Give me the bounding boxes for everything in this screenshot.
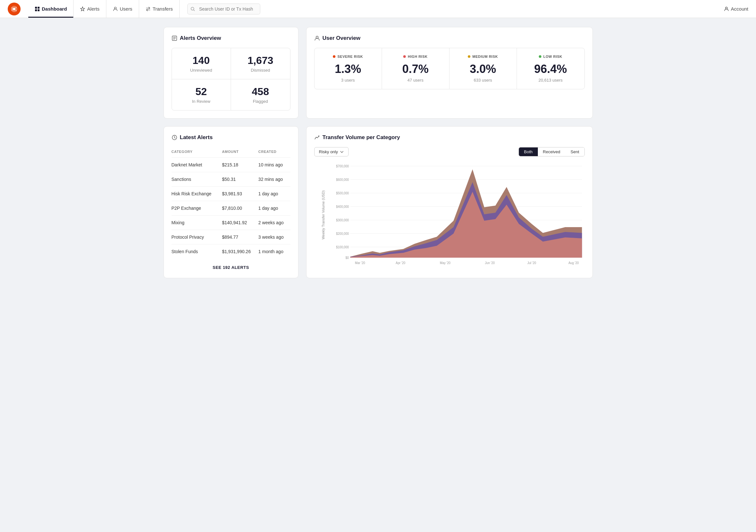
cell-created: 3 weeks ago — [258, 230, 290, 245]
svg-text:Jun '20: Jun '20 — [485, 261, 495, 265]
row-2: Latest Alerts CATEGORY AMOUNT CREATED Da… — [164, 126, 593, 278]
transfer-volume-title: Transfer Volume per Category — [314, 134, 585, 141]
toggle-both[interactable]: Both — [519, 147, 538, 156]
alerts-overview-title: Alerts Overview — [172, 35, 290, 41]
user-overview-card: User Overview SEVERE RISK 1.3% 3 users H… — [306, 27, 593, 119]
nav-alerts[interactable]: Alerts — [73, 0, 106, 18]
table-row: Sanctions $50.31 32 mins ago — [172, 172, 290, 187]
svg-text:$600,000: $600,000 — [336, 178, 349, 181]
cell-amount: $50.31 — [222, 172, 258, 187]
svg-text:Mar '20: Mar '20 — [355, 261, 365, 265]
table-row: Darknet Market $215.18 10 mins ago — [172, 158, 290, 172]
cell-created: 1 month ago — [258, 245, 290, 259]
cell-created: 1 day ago — [258, 187, 290, 201]
alerts-cell-unreviewed: 140 Unreviewed — [172, 48, 231, 79]
navbar: Dashboard Alerts Users Transfers Account — [0, 0, 756, 18]
search-icon — [191, 7, 195, 11]
table-row: Protocol Privacy $894.77 3 weeks ago — [172, 230, 290, 245]
svg-text:Apr '20: Apr '20 — [395, 261, 405, 265]
dot-medium — [468, 55, 471, 58]
y-axis-label: Weekly Transfer Volume (USD) — [321, 191, 325, 240]
svg-point-4 — [114, 7, 116, 9]
latest-alerts-title: Latest Alerts — [172, 134, 290, 141]
col-category: CATEGORY — [172, 147, 222, 158]
svg-text:$0: $0 — [345, 256, 349, 259]
row-1: Alerts Overview 140 Unreviewed 1,673 Dis… — [164, 27, 593, 119]
account-menu[interactable]: Account — [724, 6, 748, 12]
cell-category: Hisk Risk Exchange — [172, 187, 222, 201]
table-row: Hisk Risk Exchange $3,981.93 1 day ago — [172, 187, 290, 201]
col-amount: AMOUNT — [222, 147, 258, 158]
cell-amount: $1,931,990.26 — [222, 245, 258, 259]
nav-transfers[interactable]: Transfers — [139, 0, 179, 18]
cell-category: Sanctions — [172, 172, 222, 187]
col-created: CREATED — [258, 147, 290, 158]
user-overview-title: User Overview — [314, 35, 585, 41]
svg-text:$500,000: $500,000 — [336, 191, 349, 195]
chevron-down-icon — [340, 150, 344, 154]
transfer-volume-icon — [314, 135, 320, 140]
search-input[interactable] — [187, 4, 260, 14]
svg-rect-2 — [35, 9, 37, 11]
see-all-link[interactable]: SEE 192 ALERTS — [213, 265, 249, 270]
latest-alerts-table: CATEGORY AMOUNT CREATED Darknet Market $… — [172, 147, 290, 259]
user-cell-medium: MEDIUM RISK 3.0% 633 users — [449, 48, 517, 89]
cell-category: Mixing — [172, 216, 222, 230]
cell-created: 1 day ago — [258, 201, 290, 216]
nav-users[interactable]: Users — [106, 0, 139, 18]
cell-amount: $7,810.00 — [222, 201, 258, 216]
svg-text:Jul '20: Jul '20 — [527, 261, 536, 265]
alerts-overview-card: Alerts Overview 140 Unreviewed 1,673 Dis… — [164, 27, 298, 119]
cell-amount: $894.77 — [222, 230, 258, 245]
main-content: Alerts Overview 140 Unreviewed 1,673 Dis… — [153, 18, 603, 295]
alerts-cell-flagged: 458 Flagged — [231, 79, 290, 110]
latest-alerts-card: Latest Alerts CATEGORY AMOUNT CREATED Da… — [164, 126, 298, 278]
cell-category: Protocol Privacy — [172, 230, 222, 245]
dot-severe — [333, 55, 336, 58]
chart-container: Weekly Transfer Volume (USD) $700,000 $6… — [314, 163, 585, 267]
svg-text:$300,000: $300,000 — [336, 218, 349, 222]
table-row: Stolen Funds $1,931,990.26 1 month ago — [172, 245, 290, 259]
toggle-received[interactable]: Received — [538, 147, 565, 156]
toggle-group: Both Received Sent — [519, 147, 585, 156]
user-overview-icon — [314, 35, 320, 41]
transfer-volume-card: Transfer Volume per Category Risky only … — [306, 126, 593, 278]
svg-text:May '20: May '20 — [440, 261, 450, 265]
cell-category: P2P Exchange — [172, 201, 222, 216]
user-cell-severe: SEVERE RISK 1.3% 3 users — [314, 48, 382, 89]
dot-high — [403, 55, 406, 58]
table-row: P2P Exchange $7,810.00 1 day ago — [172, 201, 290, 216]
cell-created: 10 mins ago — [258, 158, 290, 172]
svg-rect-1 — [38, 7, 40, 9]
see-all-section: SEE 192 ALERTS — [172, 264, 290, 270]
toggle-sent[interactable]: Sent — [565, 147, 584, 156]
alerts-cell-dismissed: 1,673 Dismissed — [231, 48, 290, 79]
app-logo — [8, 3, 20, 15]
account-icon — [724, 7, 729, 12]
user-grid: SEVERE RISK 1.3% 3 users HIGH RISK 0.7% … — [314, 48, 585, 89]
nav-dashboard[interactable]: Dashboard — [28, 0, 73, 18]
svg-point-6 — [725, 7, 727, 9]
alerts-overview-icon — [172, 35, 177, 41]
dot-low — [539, 55, 541, 58]
transfer-chart: $700,000 $600,000 $500,000 $400,000 $300… — [334, 163, 585, 266]
cell-amount: $3,981.93 — [222, 187, 258, 201]
alerts-grid: 140 Unreviewed 1,673 Dismissed 52 In Rev… — [172, 48, 290, 111]
svg-text:Aug '20: Aug '20 — [568, 261, 579, 265]
cell-created: 2 weeks ago — [258, 216, 290, 230]
chart-controls: Risky only Both Received Sent — [314, 147, 585, 156]
svg-text:$200,000: $200,000 — [336, 232, 349, 235]
user-cell-high: HIGH RISK 0.7% 47 users — [382, 48, 449, 89]
cell-category: Stolen Funds — [172, 245, 222, 259]
cell-created: 32 mins ago — [258, 172, 290, 187]
cell-category: Darknet Market — [172, 158, 222, 172]
svg-rect-0 — [35, 7, 37, 9]
latest-alerts-icon — [172, 135, 177, 140]
alerts-cell-inreview: 52 In Review — [172, 79, 231, 110]
risky-only-filter[interactable]: Risky only — [314, 147, 349, 156]
table-row: Mixing $140,941.92 2 weeks ago — [172, 216, 290, 230]
cell-amount: $140,941.92 — [222, 216, 258, 230]
nav-search-area — [187, 4, 716, 14]
svg-text:$700,000: $700,000 — [336, 164, 349, 168]
svg-rect-3 — [38, 9, 40, 11]
